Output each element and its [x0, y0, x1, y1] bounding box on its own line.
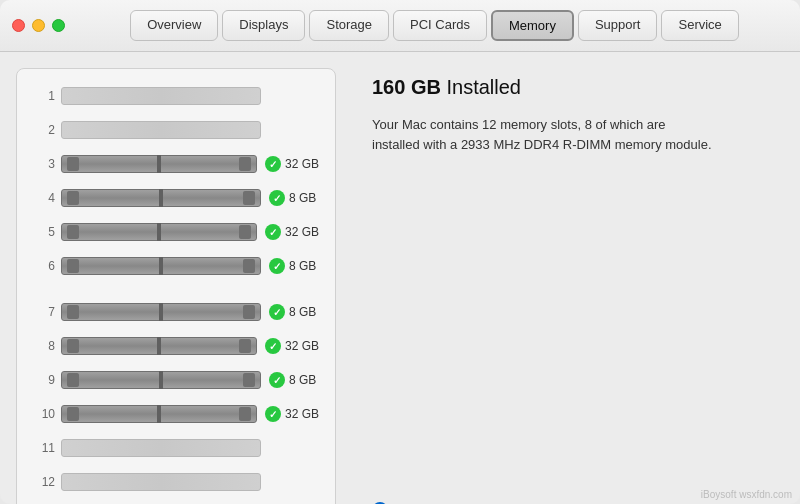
check-icon-10 — [265, 406, 281, 422]
installed-amount: 160 GB — [372, 76, 441, 98]
check-icon-5 — [265, 224, 281, 240]
slot-status-10: 32 GB — [265, 406, 319, 422]
slot-size-9: 8 GB — [289, 373, 316, 387]
tab-support[interactable]: Support — [578, 10, 658, 41]
slot-row-12: 12 — [33, 467, 319, 497]
check-icon-9 — [269, 372, 285, 388]
check-icon-7 — [269, 304, 285, 320]
slot-number-2: 2 — [33, 123, 55, 137]
slot-number-12: 12 — [33, 475, 55, 489]
tab-memory[interactable]: Memory — [491, 10, 574, 41]
slot-size-5: 32 GB — [285, 225, 319, 239]
tab-pci-cards[interactable]: PCI Cards — [393, 10, 487, 41]
slot-status-5: 32 GB — [265, 224, 319, 240]
slot-number-10: 10 — [33, 407, 55, 421]
tab-storage[interactable]: Storage — [309, 10, 389, 41]
slot-row-1: 1 — [33, 81, 319, 111]
ram-stick-6 — [61, 257, 261, 275]
ram-stick-1 — [61, 87, 261, 105]
slot-size-10: 32 GB — [285, 407, 319, 421]
slot-number-8: 8 — [33, 339, 55, 353]
slot-number-3: 3 — [33, 157, 55, 171]
slot-size-7: 8 GB — [289, 305, 316, 319]
slot-number-9: 9 — [33, 373, 55, 387]
slot-number-6: 6 — [33, 259, 55, 273]
ram-stick-8 — [61, 337, 257, 355]
slot-row-6: 6 8 GB — [33, 251, 319, 281]
titlebar: Overview Displays Storage PCI Cards Memo… — [0, 0, 800, 52]
slot-size-3: 32 GB — [285, 157, 319, 171]
ram-stick-10 — [61, 405, 257, 423]
ram-stick-11 — [61, 439, 261, 457]
ram-stick-12 — [61, 473, 261, 491]
slot-row-5: 5 32 GB — [33, 217, 319, 247]
slot-row-4: 4 8 GB — [33, 183, 319, 213]
slot-status-4: 8 GB — [269, 190, 319, 206]
main-content: 1 2 3 32 GB — [0, 52, 800, 504]
slot-status-7: 8 GB — [269, 304, 319, 320]
ram-stick-3 — [61, 155, 257, 173]
slot-number-7: 7 — [33, 305, 55, 319]
ram-stick-2 — [61, 121, 261, 139]
slot-size-8: 32 GB — [285, 339, 319, 353]
check-icon-6 — [269, 258, 285, 274]
ram-stick-7 — [61, 303, 261, 321]
slot-number-4: 4 — [33, 191, 55, 205]
ram-stick-5 — [61, 223, 257, 241]
window: Overview Displays Storage PCI Cards Memo… — [0, 0, 800, 504]
slot-status-6: 8 GB — [269, 258, 319, 274]
ram-stick-9 — [61, 371, 261, 389]
slot-status-9: 8 GB — [269, 372, 319, 388]
minimize-button[interactable] — [32, 19, 45, 32]
close-button[interactable] — [12, 19, 25, 32]
memory-description: Your Mac contains 12 memory slots, 8 of … — [372, 115, 712, 154]
slot-row-3: 3 32 GB — [33, 149, 319, 179]
tab-overview[interactable]: Overview — [130, 10, 218, 41]
slot-row-11: 11 — [33, 433, 319, 463]
slot-number-5: 5 — [33, 225, 55, 239]
tab-displays[interactable]: Displays — [222, 10, 305, 41]
slot-row-8: 8 32 GB — [33, 331, 319, 361]
slot-row-7: 7 8 GB — [33, 297, 319, 327]
memory-slots-panel: 1 2 3 32 GB — [16, 68, 336, 504]
fullscreen-button[interactable] — [52, 19, 65, 32]
installed-title: 160 GB Installed — [372, 76, 776, 99]
slot-size-6: 8 GB — [289, 259, 316, 273]
tab-bar: Overview Displays Storage PCI Cards Memo… — [81, 10, 788, 41]
slot-row-9: 9 8 GB — [33, 365, 319, 395]
traffic-lights — [12, 19, 65, 32]
slot-status-8: 32 GB — [265, 338, 319, 354]
slot-status-3: 32 GB — [265, 156, 319, 172]
slot-number-11: 11 — [33, 441, 55, 455]
slot-size-4: 8 GB — [289, 191, 316, 205]
watermark: iBoysoft wsxfdn.com — [701, 489, 792, 500]
slot-number-1: 1 — [33, 89, 55, 103]
check-icon-3 — [265, 156, 281, 172]
memory-info-panel: 160 GB Installed Your Mac contains 12 me… — [356, 68, 784, 504]
ram-stick-4 — [61, 189, 261, 207]
check-icon-4 — [269, 190, 285, 206]
slot-group-2: 7 8 GB 8 3 — [33, 297, 319, 497]
slot-row-2: 2 — [33, 115, 319, 145]
slot-row-10: 10 32 GB — [33, 399, 319, 429]
tab-service[interactable]: Service — [661, 10, 738, 41]
slot-group-1: 1 2 3 32 GB — [33, 81, 319, 281]
check-icon-8 — [265, 338, 281, 354]
